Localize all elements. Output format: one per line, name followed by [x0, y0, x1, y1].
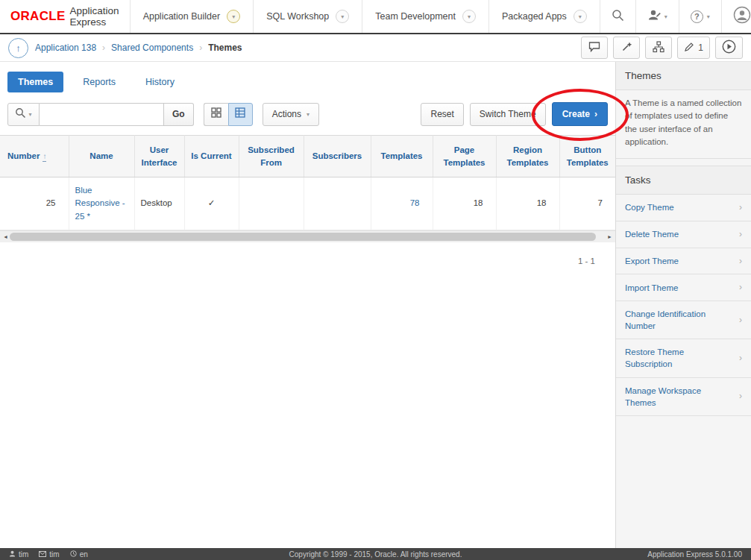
breadcrumb-separator-icon: › [102, 43, 105, 53]
footer-version: Application Express 5.0.1.00 [647, 550, 742, 559]
quick-edit-button[interactable] [613, 37, 640, 59]
pencil-icon [684, 42, 694, 54]
tab-reports[interactable]: Reports [72, 72, 126, 92]
clock-icon [70, 550, 77, 559]
scroll-right-icon[interactable]: ► [606, 234, 614, 239]
account-menu-button[interactable] [721, 0, 751, 33]
create-label: Create [562, 109, 590, 119]
column-header-page-templates[interactable]: Page Templates [433, 136, 496, 177]
cell-templates: 78 [371, 177, 433, 230]
cell-name: Blue Responsive - 25 * [69, 177, 134, 230]
help-menu-button[interactable]: ? ▾ [679, 0, 721, 33]
chevron-right-icon: › [739, 281, 742, 294]
nav-tab-sql-workshop[interactable]: SQL Workshop ▾ [253, 0, 362, 33]
footer-workspace[interactable]: tim [39, 550, 59, 559]
icon-view-button[interactable] [204, 103, 228, 126]
nav-tab-packaged-apps[interactable]: Packaged Apps ▾ [488, 0, 600, 33]
footer-user[interactable]: tim [9, 550, 28, 559]
cell-page-templates: 18 [433, 177, 496, 230]
chevron-right-icon: › [739, 352, 742, 365]
column-header-templates[interactable]: Templates [371, 136, 433, 177]
search-column-selector[interactable]: ▾ [7, 103, 40, 126]
chevron-down-icon: ▾ [707, 13, 710, 20]
column-header-subscribed-from[interactable]: Subscribed From [239, 136, 304, 177]
cell-is-current: ✓ [184, 177, 239, 230]
chevron-right-icon: › [739, 314, 742, 327]
footer-language[interactable]: en [70, 550, 88, 559]
tab-themes[interactable]: Themes [7, 72, 63, 92]
cell-user-interface: Desktop [134, 177, 184, 230]
chevron-down-icon[interactable]: ▾ [574, 10, 587, 23]
column-header-user-interface[interactable]: User Interface [134, 136, 184, 177]
column-header-is-current[interactable]: Is Current [184, 136, 239, 177]
chevron-right-icon: › [739, 201, 742, 214]
search-button[interactable] [600, 0, 635, 33]
shared-components-button[interactable] [645, 37, 672, 59]
actions-label: Actions [272, 109, 301, 119]
breadcrumb-shared-components[interactable]: Shared Components [111, 43, 193, 53]
sort-ascending-icon[interactable]: ↑ [43, 153, 46, 162]
reset-button[interactable]: Reset [421, 103, 463, 126]
task-change-identification-number[interactable]: Change Identification Number› [616, 301, 751, 339]
up-level-button[interactable]: ↑ [8, 38, 28, 58]
toolbar-right-buttons: Reset Switch Theme Create › [421, 102, 608, 126]
cell-subscribed-from [239, 177, 304, 230]
task-import-theme[interactable]: Import Theme› [616, 274, 751, 301]
page-tabs: Themes Reports History [0, 62, 615, 99]
switch-theme-button[interactable]: Switch Theme [470, 103, 546, 126]
go-button[interactable]: Go [164, 103, 194, 126]
chevron-down-icon[interactable]: ▾ [227, 10, 240, 23]
administration-menu-button[interactable]: ▾ [635, 0, 679, 33]
task-export-theme[interactable]: Export Theme› [616, 248, 751, 275]
breadcrumb-bar: ↑ Application 138 › Shared Components › … [0, 34, 751, 62]
task-manage-workspace-themes[interactable]: Manage Workspace Themes› [616, 378, 751, 416]
templates-count-link[interactable]: 78 [410, 198, 420, 207]
footer-copyright: Copyright © 1999 - 2015, Oracle. All rig… [0, 550, 751, 559]
report-view-button[interactable] [228, 103, 253, 126]
header-utility-icons: ▾ ? ▾ [600, 0, 751, 33]
sidebar-about-title: Themes [616, 62, 751, 90]
product-name: Application Express [70, 5, 119, 28]
edit-page-button[interactable]: 1 [677, 37, 710, 59]
report-view-icon [235, 107, 245, 121]
search-group: ▾ Go [7, 103, 194, 126]
scroll-left-icon[interactable]: ◄ [1, 234, 10, 239]
task-restore-theme-subscription[interactable]: Restore Theme Subscription› [616, 339, 751, 377]
sitemap-icon [653, 41, 664, 55]
themes-report-table: Number↑ Name User Interface Is Current S… [0, 135, 615, 230]
run-application-button[interactable] [715, 37, 743, 59]
nav-tab-label: SQL Workshop [266, 11, 329, 22]
oracle-logo: ORACLE Application Express [0, 0, 130, 33]
column-header-button-templates[interactable]: Button Templates [559, 136, 615, 177]
scrollbar-thumb[interactable] [10, 233, 596, 241]
comment-bubble-icon [588, 41, 600, 54]
check-icon: ✓ [208, 198, 216, 207]
feedback-button[interactable] [581, 37, 608, 59]
cell-subscribers [304, 177, 371, 230]
help-icon: ? [691, 10, 703, 23]
column-header-region-templates[interactable]: Region Templates [496, 136, 559, 177]
actions-menu-button[interactable]: Actions ▾ [263, 103, 319, 126]
chevron-right-icon: › [739, 255, 742, 268]
create-button[interactable]: Create › [552, 102, 608, 126]
tab-history[interactable]: History [135, 72, 185, 92]
column-header-subscribers[interactable]: Subscribers [304, 136, 371, 177]
column-header-number[interactable]: Number↑ [0, 136, 69, 177]
chevron-down-icon[interactable]: ▾ [336, 10, 349, 23]
main-region: Themes Reports History ▾ Go [0, 62, 615, 548]
theme-name-link[interactable]: Blue Responsive - 25 * [75, 186, 125, 221]
breadcrumb-application[interactable]: Application 138 [35, 43, 96, 53]
nav-tab-team-development[interactable]: Team Development ▾ [362, 0, 488, 33]
task-delete-theme[interactable]: Delete Theme› [616, 221, 751, 248]
table-header-row: Number↑ Name User Interface Is Current S… [0, 136, 615, 177]
nav-tab-label: Packaged Apps [502, 11, 567, 22]
search-input[interactable] [40, 103, 164, 126]
chevron-down-icon[interactable]: ▾ [462, 10, 476, 23]
nav-tab-application-builder[interactable]: Application Builder ▾ [130, 0, 254, 33]
task-copy-theme[interactable]: Copy Theme› [616, 195, 751, 221]
breadcrumb-current-page: Themes [208, 43, 242, 53]
horizontal-scrollbar[interactable]: ◄ ► [0, 230, 615, 242]
view-toggle [204, 103, 253, 126]
column-header-name[interactable]: Name [69, 136, 134, 177]
user-icon [9, 550, 16, 559]
